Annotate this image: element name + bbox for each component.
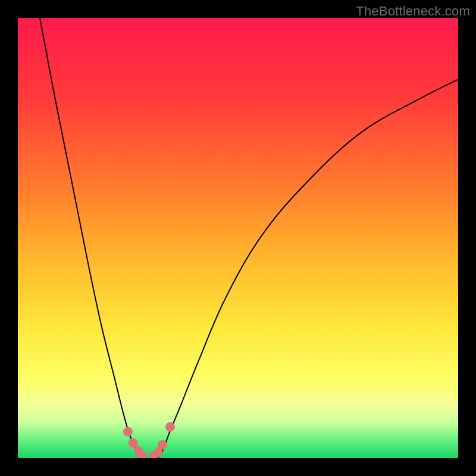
curve-right-branch — [159, 80, 458, 458]
curve-left-branch — [40, 18, 141, 458]
bottleneck-curve-chart — [18, 18, 458, 458]
marker-dot — [158, 440, 167, 450]
marker-dot — [123, 427, 133, 437]
marker-dot — [129, 439, 138, 448]
plot-frame — [18, 18, 458, 458]
watermark-text: TheBottleneck.com — [356, 4, 470, 19]
marker-dot — [165, 422, 175, 431]
